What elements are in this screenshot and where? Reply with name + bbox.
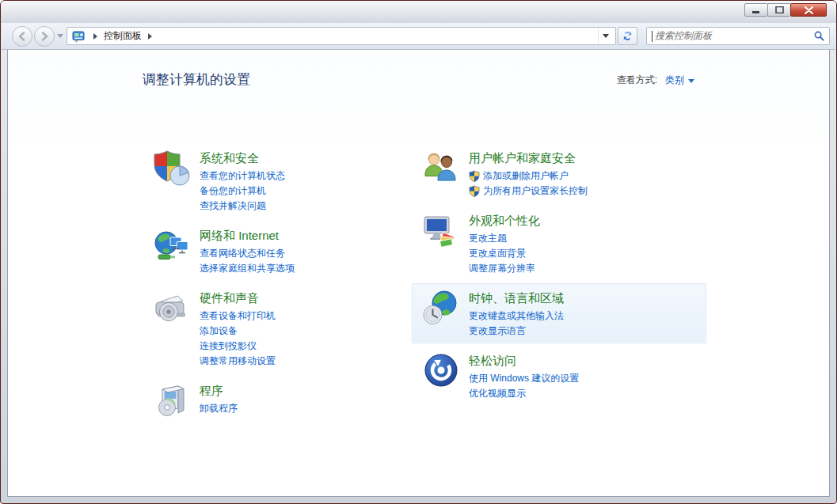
view-by-label: 查看方式: (617, 74, 657, 87)
close-button[interactable] (790, 3, 827, 17)
maximize-button[interactable] (767, 3, 791, 17)
search-icon[interactable] (814, 31, 824, 41)
breadcrumb-arrow-icon (93, 33, 97, 40)
recent-pages-dropdown[interactable] (57, 34, 63, 38)
chevron-down-icon[interactable] (688, 79, 694, 83)
category-title-network-and-internet[interactable]: 网络和 Internet (200, 228, 295, 244)
category-title-ease-of-access[interactable]: 轻松访问 (469, 353, 579, 369)
category-appearance-personalization: 外观和个性化 更改主题 更改桌面背景 调整屏幕分辨率 (412, 206, 706, 281)
link-homegroup-sharing-options[interactable]: 选择家庭组和共享选项 (200, 261, 295, 276)
control-panel-window: 控制面板 搜索控制面板 调整计算机的设置 查看方式: (0, 0, 837, 504)
category-title-appearance-personalization[interactable]: 外观和个性化 (469, 213, 540, 229)
link-set-parental-controls[interactable]: 为所有用户设置家长控制 (469, 184, 588, 199)
uac-shield-icon (469, 170, 480, 182)
category-title-programs[interactable]: 程序 (200, 383, 238, 399)
printer-speaker-icon[interactable] (153, 289, 191, 327)
text-caret (652, 31, 652, 42)
link-uninstall-program[interactable]: 卸载程序 (200, 401, 238, 416)
forward-arrow-icon (40, 32, 49, 41)
category-clock-language-region[interactable]: 时钟、语言和区域 更改键盘或其他输入法 更改显示语言 (412, 283, 706, 343)
address-bar[interactable]: 控制面板 (67, 27, 616, 45)
minimize-icon (752, 6, 760, 13)
link-add-remove-user-accounts[interactable]: 添加或删除用户帐户 (469, 169, 588, 184)
security-shield-icon[interactable] (153, 149, 191, 187)
address-dropdown-button[interactable] (598, 28, 612, 44)
link-optimize-visual-display[interactable]: 优化视频显示 (469, 386, 579, 401)
network-globe-icon[interactable] (153, 226, 191, 264)
link-view-devices-printers[interactable]: 查看设备和打印机 (200, 309, 276, 324)
breadcrumb-control-panel[interactable]: 控制面板 (104, 29, 142, 43)
refresh-icon (622, 30, 633, 42)
maximize-icon (775, 6, 784, 13)
close-icon (805, 6, 813, 14)
category-ease-of-access: 轻松访问 使用 Windows 建议的设置 优化视频显示 (412, 346, 706, 406)
link-label: 为所有用户设置家长控制 (483, 184, 588, 199)
link-adjust-mobility-settings[interactable]: 调整常用移动设置 (200, 354, 276, 369)
search-input[interactable]: 搜索控制面板 (646, 27, 830, 45)
globe-clock-icon[interactable] (422, 289, 460, 327)
link-change-desktop-background[interactable]: 更改桌面背景 (469, 246, 540, 261)
category-system-and-security: 系统和安全 查看您的计算机状态 备份您的计算机 查找并解决问题 (143, 143, 420, 218)
link-label: 添加或删除用户帐户 (483, 169, 569, 184)
link-find-fix-problems[interactable]: 查找并解决问题 (200, 199, 285, 214)
control-panel-icon (72, 30, 85, 43)
link-adjust-screen-resolution[interactable]: 调整屏幕分辨率 (469, 261, 540, 276)
caption-buttons (745, 3, 827, 17)
category-column-right: 用户帐户和家庭安全 添加或删除 (412, 143, 706, 408)
forward-button[interactable] (34, 26, 55, 47)
chevron-down-icon (603, 34, 609, 38)
users-icon[interactable] (422, 149, 460, 187)
breadcrumb-arrow-icon[interactable] (148, 33, 152, 40)
category-hardware-and-sound: 硬件和声音 查看设备和打印机 添加设备 连接到投影仪 调整常用移动设置 (143, 283, 420, 373)
back-button[interactable] (12, 26, 32, 47)
link-review-computer-status[interactable]: 查看您的计算机状态 (200, 169, 285, 184)
category-user-accounts-family-safety: 用户帐户和家庭安全 添加或删除 (412, 143, 706, 203)
link-windows-suggested-settings[interactable]: 使用 Windows 建议的设置 (469, 371, 579, 386)
category-title-hardware-and-sound[interactable]: 硬件和声音 (200, 290, 276, 306)
link-change-display-language[interactable]: 更改显示语言 (469, 324, 564, 339)
category-column-left: 系统和安全 查看您的计算机状态 备份您的计算机 查找并解决问题 (143, 143, 420, 426)
link-change-keyboards-input-methods[interactable]: 更改键盘或其他输入法 (469, 309, 564, 324)
ease-of-access-icon[interactable] (422, 351, 460, 389)
page-title: 调整计算机的设置 (143, 70, 250, 89)
category-programs: 程序 卸载程序 (143, 376, 420, 424)
software-box-icon[interactable] (153, 381, 191, 419)
link-change-theme[interactable]: 更改主题 (469, 231, 540, 246)
view-by-control: 查看方式: 类别 (617, 74, 694, 87)
link-view-network-status[interactable]: 查看网络状态和任务 (200, 246, 295, 261)
monitor-colors-icon[interactable] (422, 211, 460, 249)
category-title-system-and-security[interactable]: 系统和安全 (200, 150, 285, 166)
link-add-device[interactable]: 添加设备 (200, 324, 276, 339)
link-backup-computer[interactable]: 备份您的计算机 (200, 184, 285, 199)
view-by-value[interactable]: 类别 (665, 74, 684, 87)
category-network-and-internet: 网络和 Internet 查看网络状态和任务 选择家庭组和共享选项 (143, 221, 420, 281)
uac-shield-icon (469, 185, 480, 197)
link-connect-projector[interactable]: 连接到投影仪 (200, 339, 276, 354)
category-title-user-accounts-family-safety[interactable]: 用户帐户和家庭安全 (469, 150, 588, 166)
minimize-button[interactable] (744, 3, 768, 17)
title-bar[interactable] (1, 1, 836, 23)
category-title-clock-language-region[interactable]: 时钟、语言和区域 (469, 290, 564, 306)
search-placeholder: 搜索控制面板 (655, 29, 814, 43)
content-area: 调整计算机的设置 查看方式: 类别 (7, 50, 830, 497)
refresh-button[interactable] (618, 27, 637, 45)
navigation-toolbar: 控制面板 搜索控制面板 (2, 23, 835, 50)
back-arrow-icon (17, 32, 27, 41)
